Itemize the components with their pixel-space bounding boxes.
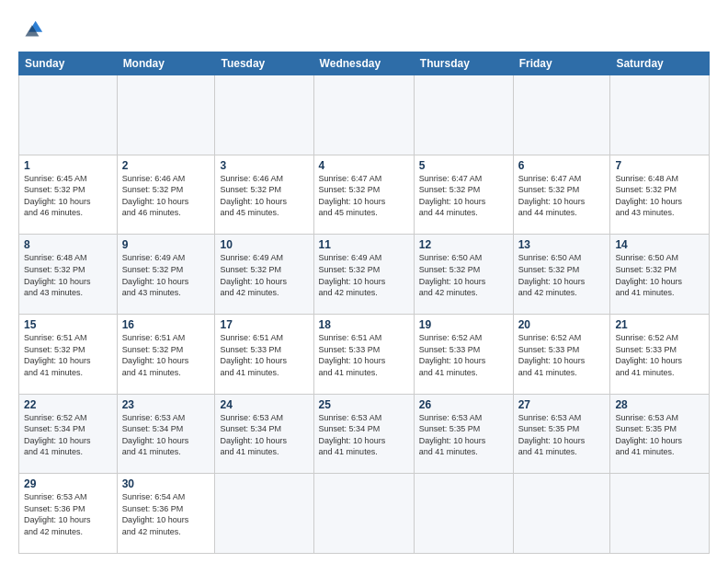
day-number: 30 — [122, 477, 210, 490]
day-number: 7 — [615, 159, 704, 172]
calendar-cell — [414, 75, 513, 155]
calendar-cell — [215, 474, 313, 554]
day-detail: Sunrise: 6:53 AM Sunset: 5:36 PM Dayligh… — [24, 491, 112, 537]
calendar-week-3: 15Sunrise: 6:51 AM Sunset: 5:32 PM Dayli… — [19, 314, 710, 394]
day-number: 3 — [220, 159, 308, 172]
calendar-cell: 9Sunrise: 6:49 AM Sunset: 5:32 PM Daylig… — [117, 235, 215, 315]
calendar: Sunday Monday Tuesday Wednesday Thursday… — [18, 52, 710, 554]
day-detail: Sunrise: 6:50 AM Sunset: 5:32 PM Dayligh… — [518, 252, 606, 298]
day-number: 5 — [419, 159, 508, 172]
calendar-cell: 30Sunrise: 6:54 AM Sunset: 5:36 PM Dayli… — [117, 474, 215, 554]
calendar-cell — [215, 75, 313, 155]
calendar-cell: 13Sunrise: 6:50 AM Sunset: 5:32 PM Dayli… — [513, 235, 610, 315]
day-detail: Sunrise: 6:52 AM Sunset: 5:34 PM Dayligh… — [24, 412, 112, 458]
calendar-cell: 21Sunrise: 6:52 AM Sunset: 5:33 PM Dayli… — [610, 314, 710, 394]
day-detail: Sunrise: 6:50 AM Sunset: 5:32 PM Dayligh… — [419, 252, 508, 298]
day-detail: Sunrise: 6:45 AM Sunset: 5:32 PM Dayligh… — [24, 173, 112, 219]
calendar-cell: 29Sunrise: 6:53 AM Sunset: 5:36 PM Dayli… — [19, 474, 118, 554]
day-detail: Sunrise: 6:48 AM Sunset: 5:32 PM Dayligh… — [24, 252, 112, 298]
calendar-cell: 20Sunrise: 6:52 AM Sunset: 5:33 PM Dayli… — [513, 314, 610, 394]
day-number: 1 — [24, 159, 112, 172]
calendar-week-0 — [19, 75, 710, 155]
calendar-cell: 5Sunrise: 6:47 AM Sunset: 5:32 PM Daylig… — [414, 155, 513, 235]
calendar-cell: 25Sunrise: 6:53 AM Sunset: 5:34 PM Dayli… — [313, 394, 414, 474]
day-number: 6 — [518, 159, 606, 172]
day-detail: Sunrise: 6:47 AM Sunset: 5:32 PM Dayligh… — [419, 173, 508, 219]
calendar-cell — [313, 474, 414, 554]
calendar-cell: 7Sunrise: 6:48 AM Sunset: 5:32 PM Daylig… — [610, 155, 710, 235]
header-row: Sunday Monday Tuesday Wednesday Thursday… — [19, 52, 710, 75]
col-tuesday: Tuesday — [215, 52, 313, 75]
day-number: 4 — [319, 159, 409, 172]
day-number: 26 — [419, 398, 508, 411]
calendar-cell: 26Sunrise: 6:53 AM Sunset: 5:35 PM Dayli… — [414, 394, 513, 474]
calendar-cell — [610, 474, 710, 554]
calendar-cell: 28Sunrise: 6:53 AM Sunset: 5:35 PM Dayli… — [610, 394, 710, 474]
calendar-cell: 6Sunrise: 6:47 AM Sunset: 5:32 PM Daylig… — [513, 155, 610, 235]
calendar-cell — [313, 75, 414, 155]
day-number: 8 — [24, 238, 112, 251]
day-detail: Sunrise: 6:46 AM Sunset: 5:32 PM Dayligh… — [220, 173, 308, 219]
day-number: 11 — [319, 238, 409, 251]
calendar-cell — [414, 474, 513, 554]
day-detail: Sunrise: 6:51 AM Sunset: 5:32 PM Dayligh… — [122, 332, 210, 378]
calendar-cell: 18Sunrise: 6:51 AM Sunset: 5:33 PM Dayli… — [313, 314, 414, 394]
calendar-cell: 22Sunrise: 6:52 AM Sunset: 5:34 PM Dayli… — [19, 394, 118, 474]
day-detail: Sunrise: 6:48 AM Sunset: 5:32 PM Dayligh… — [615, 173, 704, 219]
day-detail: Sunrise: 6:53 AM Sunset: 5:34 PM Dayligh… — [319, 412, 409, 458]
day-number: 9 — [122, 238, 210, 251]
day-detail: Sunrise: 6:49 AM Sunset: 5:32 PM Dayligh… — [220, 252, 308, 298]
calendar-week-5: 29Sunrise: 6:53 AM Sunset: 5:36 PM Dayli… — [19, 474, 710, 554]
calendar-cell: 16Sunrise: 6:51 AM Sunset: 5:32 PM Dayli… — [117, 314, 215, 394]
calendar-table: Sunday Monday Tuesday Wednesday Thursday… — [18, 52, 710, 554]
calendar-cell: 8Sunrise: 6:48 AM Sunset: 5:32 PM Daylig… — [19, 235, 118, 315]
calendar-cell — [513, 75, 610, 155]
day-detail: Sunrise: 6:53 AM Sunset: 5:35 PM Dayligh… — [518, 412, 606, 458]
calendar-cell — [513, 474, 610, 554]
calendar-cell — [117, 75, 215, 155]
day-number: 19 — [419, 318, 508, 331]
calendar-cell: 12Sunrise: 6:50 AM Sunset: 5:32 PM Dayli… — [414, 235, 513, 315]
col-saturday: Saturday — [610, 52, 710, 75]
day-detail: Sunrise: 6:53 AM Sunset: 5:34 PM Dayligh… — [122, 412, 210, 458]
day-number: 10 — [220, 238, 308, 251]
col-sunday: Sunday — [19, 52, 118, 75]
day-number: 20 — [518, 318, 606, 331]
day-detail: Sunrise: 6:49 AM Sunset: 5:32 PM Dayligh… — [122, 252, 210, 298]
day-number: 21 — [615, 318, 704, 331]
day-detail: Sunrise: 6:52 AM Sunset: 5:33 PM Dayligh… — [419, 332, 508, 378]
calendar-cell: 27Sunrise: 6:53 AM Sunset: 5:35 PM Dayli… — [513, 394, 610, 474]
calendar-cell: 3Sunrise: 6:46 AM Sunset: 5:32 PM Daylig… — [215, 155, 313, 235]
calendar-cell: 2Sunrise: 6:46 AM Sunset: 5:32 PM Daylig… — [117, 155, 215, 235]
day-detail: Sunrise: 6:52 AM Sunset: 5:33 PM Dayligh… — [615, 332, 704, 378]
calendar-cell: 17Sunrise: 6:51 AM Sunset: 5:33 PM Dayli… — [215, 314, 313, 394]
day-detail: Sunrise: 6:50 AM Sunset: 5:32 PM Dayligh… — [615, 252, 704, 298]
day-number: 17 — [220, 318, 308, 331]
day-detail: Sunrise: 6:51 AM Sunset: 5:32 PM Dayligh… — [24, 332, 112, 378]
day-number: 22 — [24, 398, 112, 411]
calendar-cell — [610, 75, 710, 155]
day-detail: Sunrise: 6:51 AM Sunset: 5:33 PM Dayligh… — [319, 332, 409, 378]
calendar-cell: 19Sunrise: 6:52 AM Sunset: 5:33 PM Dayli… — [414, 314, 513, 394]
col-monday: Monday — [117, 52, 215, 75]
day-number: 12 — [419, 238, 508, 251]
day-number: 25 — [319, 398, 409, 411]
calendar-body: 1Sunrise: 6:45 AM Sunset: 5:32 PM Daylig… — [19, 75, 710, 554]
day-number: 29 — [24, 477, 112, 490]
calendar-header: Sunday Monday Tuesday Wednesday Thursday… — [19, 52, 710, 75]
day-number: 2 — [122, 159, 210, 172]
calendar-week-1: 1Sunrise: 6:45 AM Sunset: 5:32 PM Daylig… — [19, 155, 710, 235]
day-number: 27 — [518, 398, 606, 411]
calendar-cell: 10Sunrise: 6:49 AM Sunset: 5:32 PM Dayli… — [215, 235, 313, 315]
day-detail: Sunrise: 6:47 AM Sunset: 5:32 PM Dayligh… — [518, 173, 606, 219]
day-detail: Sunrise: 6:46 AM Sunset: 5:32 PM Dayligh… — [122, 173, 210, 219]
col-thursday: Thursday — [414, 52, 513, 75]
day-detail: Sunrise: 6:51 AM Sunset: 5:33 PM Dayligh… — [220, 332, 308, 378]
header — [18, 17, 710, 42]
day-detail: Sunrise: 6:49 AM Sunset: 5:32 PM Dayligh… — [319, 252, 409, 298]
day-number: 23 — [122, 398, 210, 411]
col-wednesday: Wednesday — [313, 52, 414, 75]
day-detail: Sunrise: 6:53 AM Sunset: 5:35 PM Dayligh… — [419, 412, 508, 458]
page: Sunday Monday Tuesday Wednesday Thursday… — [0, 0, 728, 563]
calendar-cell: 11Sunrise: 6:49 AM Sunset: 5:32 PM Dayli… — [313, 235, 414, 315]
